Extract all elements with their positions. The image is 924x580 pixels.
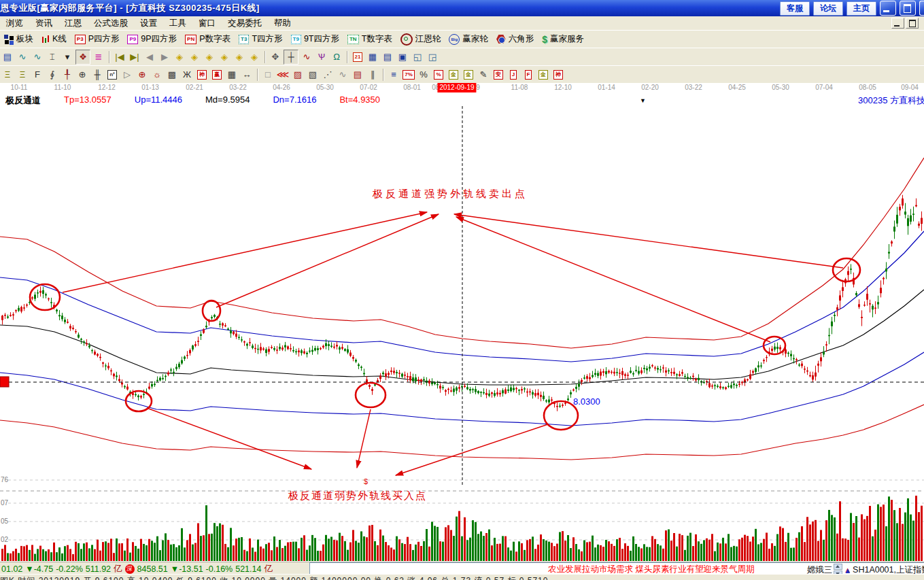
target-icon[interactable]: ⊕ [135, 68, 149, 82]
t-table-button[interactable]: TNT数字表 [343, 32, 396, 47]
ying-tool-icon[interactable]: 赢 [210, 68, 224, 82]
zoom-out-x-icon[interactable]: ◈ [203, 50, 216, 64]
date-tick: 02-21 [186, 84, 203, 91]
save-icon[interactable]: ▣ [396, 50, 409, 64]
scroll-up-button[interactable] [834, 564, 842, 570]
crosshair-icon[interactable]: ┼ [284, 50, 298, 65]
first-bar-icon[interactable]: |◀ [113, 50, 126, 64]
percent-icon[interactable]: % [417, 68, 430, 82]
p-table-button[interactable]: PNP数字表 [181, 32, 235, 47]
child-minimize-button[interactable] [891, 18, 904, 29]
flag-tool-icon[interactable]: ▷ [120, 68, 134, 82]
menu-item-5[interactable]: 设置 [134, 17, 163, 30]
drag-hand-icon[interactable]: ✥ [269, 50, 282, 64]
menu-item-9[interactable]: 帮助 [268, 17, 297, 30]
9p-square-button[interactable]: P99P四方形 [123, 32, 181, 47]
hexagon-button[interactable]: 六角形 [492, 32, 538, 47]
span-measure-icon[interactable]: ↔ [240, 68, 254, 82]
zigzag-icon[interactable]: ∿ [336, 68, 349, 82]
winner-service-button[interactable]: $赢家服务 [538, 32, 588, 47]
winner-wheel-button[interactable]: Big赢家轮 [445, 32, 492, 47]
f-line-icon[interactable]: F [521, 68, 535, 82]
ma9-icon[interactable]: ∿ [31, 50, 44, 64]
calculator-icon[interactable]: ▦ [366, 50, 379, 64]
spiral-icon[interactable]: ∮ [46, 68, 59, 82]
compass-circle-icon[interactable]: ⊕ [75, 68, 89, 82]
t-square-button[interactable]: T3T四方形 [235, 32, 286, 47]
golden-ratio2-icon[interactable]: Ξ [16, 68, 29, 82]
kan-chart-icon[interactable]: ❖ [75, 50, 90, 65]
shen2-icon[interactable]: 神 [551, 68, 565, 82]
network-icon[interactable]: ◱ [411, 50, 424, 64]
gann-wheel-button[interactable]: 江恩轮 [396, 32, 445, 47]
last-bar-icon[interactable]: ▶| [128, 50, 141, 64]
shade-grid-icon[interactable]: ▨ [291, 68, 305, 82]
blocks-button[interactable]: 板块 [0, 32, 37, 47]
menu-item-4[interactable]: 公式选股 [88, 17, 134, 30]
calendar-icon[interactable]: 21 [351, 50, 364, 64]
zoom-in-x-icon[interactable]: ◈ [218, 50, 231, 64]
shift-left-icon[interactable]: ◈ [173, 50, 186, 64]
menu-item-1[interactable]: 浏览 [0, 17, 29, 30]
homepage-button[interactable]: 主页 [846, 1, 876, 16]
candle-style-icon[interactable]: ⌶ [46, 50, 59, 64]
stats-panel-icon[interactable]: ≡ [387, 68, 400, 82]
menu-item-2[interactable]: 资讯 [29, 17, 58, 30]
box-select-icon[interactable]: □ [261, 68, 275, 82]
restore-scale-icon[interactable]: ◈ [247, 50, 261, 64]
k-wave-icon[interactable]: Ж [180, 68, 194, 82]
diag-lines-icon[interactable]: ⋰ [321, 68, 335, 82]
j-line-icon[interactable]: J [507, 68, 520, 82]
menu-item-7[interactable]: 窗口 [192, 17, 222, 30]
price-grid-icon[interactable]: ▦ [225, 68, 239, 82]
gold-circle-icon[interactable]: 金 [447, 68, 460, 82]
minimize-button[interactable] [880, 1, 896, 16]
brush-icon[interactable]: ✎ [477, 68, 490, 82]
customer-service-button[interactable]: 客服 [780, 1, 810, 16]
hatch-box-icon[interactable]: ▤ [351, 68, 364, 82]
quote-report-icon[interactable]: ▤ [1, 50, 14, 64]
gold-fan-icon[interactable]: 金 [536, 68, 550, 82]
menu-item-3[interactable]: 江恩 [58, 17, 88, 30]
ma3-icon[interactable]: ∿ [16, 50, 29, 64]
percent7-icon[interactable]: 7% [402, 68, 415, 82]
menu-item-8[interactable]: 交易委托 [222, 17, 268, 30]
remote-pc-icon[interactable]: ◲ [426, 50, 439, 64]
kline-chart-canvas[interactable] [0, 93, 924, 562]
ruler-ticks-icon[interactable]: ╫ [90, 68, 104, 82]
an-grid-icon[interactable]: 安 [492, 68, 505, 82]
news-ticker-text[interactable]: 农业发展拉动市场需求 煤头尿素行业有望迎来景气周期 [548, 564, 754, 575]
close-button[interactable] [919, 1, 924, 16]
restore-button[interactable] [900, 1, 916, 16]
volume-colors-icon[interactable]: ≣ [92, 50, 105, 64]
gann-tools-icon[interactable]: Ѱ [315, 50, 328, 64]
percent-line-icon[interactable]: % [432, 68, 445, 82]
fan-lines-icon[interactable]: ⋘ [276, 68, 290, 82]
wave-tools-icon[interactable]: Ω [330, 50, 343, 64]
p-square-button[interactable]: P3P四方形 [71, 32, 124, 47]
hammer-tool-icon[interactable]: ╀ [61, 68, 74, 82]
notepad-icon[interactable]: ▤ [381, 50, 394, 64]
expand-all-icon[interactable]: ◈ [233, 50, 246, 64]
next-bar-icon[interactable]: ▶ [158, 50, 171, 64]
kline-button[interactable]: K线 [37, 32, 71, 47]
kline-button-label: K线 [52, 33, 67, 45]
forum-button[interactable]: 论坛 [813, 1, 843, 16]
net-grid-icon[interactable]: ▩ [165, 68, 179, 82]
gold-line-icon[interactable]: 金 [462, 68, 475, 82]
9t-square-button[interactable]: T99T四方形 [287, 32, 343, 47]
shade-grid2-icon[interactable]: ▧ [306, 68, 320, 82]
shen-tool-icon[interactable]: 神 [195, 68, 209, 82]
n-square-icon[interactable]: n² [105, 68, 119, 82]
star-grid-icon[interactable]: ☼ [150, 68, 164, 82]
fibonacci-icon[interactable]: F [31, 68, 44, 82]
menu-item-6[interactable]: 工具 [163, 17, 192, 30]
parallel-lines-icon[interactable]: ∥ [366, 68, 379, 82]
candle-style-dropdown[interactable]: ▾ [61, 50, 74, 64]
prev-bar-icon[interactable]: ◀ [143, 50, 156, 64]
child-restore-button[interactable] [906, 18, 919, 29]
measure-icon[interactable]: ∿ [300, 50, 313, 64]
shift-right-icon[interactable]: ◈ [188, 50, 201, 64]
kline-chart[interactable]: 极反通道Tp=13.0557Up=11.4446Md=9.5954Dn=7.16… [0, 93, 924, 562]
golden-ratio-icon[interactable]: Ξ [1, 68, 14, 82]
